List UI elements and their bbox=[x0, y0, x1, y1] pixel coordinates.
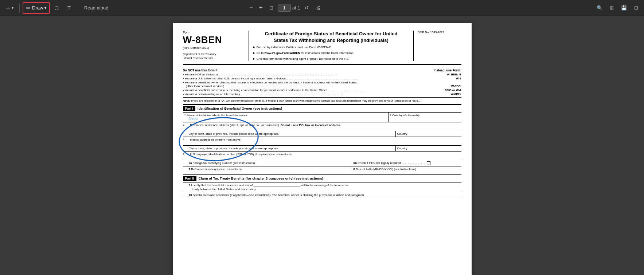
dont-use-text-4: • You are a beneficial owner who is rece… bbox=[183, 89, 366, 92]
search-button[interactable]: 🔍 bbox=[594, 2, 605, 14]
draw-icon: ✏ bbox=[26, 5, 31, 11]
search-icon: 🔍 bbox=[597, 5, 602, 11]
omb-number: OMB No. 1545-1621 bbox=[418, 31, 444, 34]
dont-use-form-5: W-8IMY bbox=[451, 93, 461, 96]
form-header-center: Certificate of Foreign Status of Benefic… bbox=[249, 31, 414, 61]
dont-use-text-2: • You are a U.S. citizen or other U.S. p… bbox=[183, 77, 358, 80]
note-label: Note: bbox=[183, 99, 190, 102]
field3-label: Permanent residence address (street, apt… bbox=[189, 122, 461, 131]
field6a-label: 6a Foreign tax identifying number (see i… bbox=[189, 161, 255, 165]
field6b-checkbox[interactable] bbox=[427, 161, 430, 165]
history-button[interactable]: ↺ bbox=[302, 2, 312, 14]
part2-header-row: Part II Claim of Tax Treaty Benefits (fo… bbox=[183, 174, 461, 182]
form-number: W-8BEN bbox=[183, 34, 245, 46]
zoom-out-button[interactable]: − bbox=[247, 3, 255, 12]
field1-value: Jonas bbox=[184, 117, 387, 121]
print-icon: 🖨 bbox=[316, 5, 321, 11]
dont-use-row-3: • You are a beneficial owner claiming th… bbox=[183, 80, 461, 85]
draw-dropdown-icon: ▾ bbox=[44, 6, 46, 10]
dont-use-row-5: • You are a person acting as an intermed… bbox=[183, 92, 461, 96]
do-not-use-header: Do NOT use this form if: Instead, use Fo… bbox=[183, 68, 461, 72]
field6a-container: 6a Foreign tax identifying number (see i… bbox=[183, 160, 352, 166]
dont-use-form-1: W-8BEN-E bbox=[447, 73, 461, 76]
dont-use-form-4: 8233 or W-4 bbox=[445, 89, 461, 92]
part2-title: Claim of Tax Treaty Benefits (for chapte… bbox=[199, 176, 323, 180]
field5-num: 5 bbox=[183, 152, 189, 160]
do-not-use-section: Do NOT use this form if: Instead, use Fo… bbox=[183, 67, 461, 98]
field6b-label: 6b Check if FTIN not legally required . … bbox=[354, 161, 431, 165]
save-button[interactable]: 💾 bbox=[618, 2, 630, 14]
part2-label: Part II bbox=[183, 176, 196, 181]
document-area: Form W-8BEN (Rev. October 2021) Departme… bbox=[0, 16, 644, 275]
print-button[interactable]: 🖨 bbox=[313, 2, 324, 14]
fit-page-button[interactable]: ⊡ bbox=[266, 2, 276, 14]
city-country-row: City or town, state or province. Include… bbox=[183, 131, 461, 137]
part1-header-row: Part I Identification of Beneficial Owne… bbox=[183, 105, 461, 113]
dont-use-row-3b: (other than personal services) . . . . .… bbox=[183, 85, 461, 88]
field5-label: U.S. taxpayer identification number (SSN… bbox=[189, 152, 461, 160]
city-label: City or town, state or province. Include… bbox=[189, 132, 279, 135]
field1-container: 1 Name of individual who is the benefici… bbox=[183, 113, 389, 122]
field6-row: 6a Foreign tax identifying number (see i… bbox=[183, 160, 461, 166]
selector-icon: ⊹ bbox=[6, 5, 10, 11]
field10-row: 10 Special rates and conditions (if appl… bbox=[183, 192, 461, 198]
history-icon: ↺ bbox=[305, 5, 309, 11]
field1-2-row: 1 Name of individual who is the benefici… bbox=[183, 113, 461, 122]
eraser-tool-button[interactable]: ⬡ bbox=[51, 2, 62, 14]
more-options-button[interactable]: ⊡ bbox=[631, 2, 641, 14]
zoom-in-button[interactable]: + bbox=[257, 3, 265, 12]
field6b-container: 6b Check if FTIN not legally required . … bbox=[352, 160, 461, 166]
dont-use-form-2: W-9 bbox=[456, 77, 461, 80]
city2-field: City or town, state or province. Include… bbox=[183, 146, 396, 151]
dont-use-row-1: • You are NOT an individual . . . . . . … bbox=[183, 72, 461, 76]
part1-label: Part I bbox=[183, 106, 196, 111]
country2-field: Country bbox=[396, 146, 461, 151]
selector-dropdown-icon: ▾ bbox=[12, 6, 13, 10]
textbox-icon: T bbox=[66, 5, 72, 11]
field5-row: 5 U.S. taxpayer identification number (S… bbox=[183, 152, 461, 160]
immersive-reader-button[interactable]: ⊞ bbox=[607, 2, 617, 14]
form-department: Department of the TreasuryInternal Reven… bbox=[183, 52, 245, 60]
immersive-reader-icon: ⊞ bbox=[610, 5, 614, 11]
dont-use-text-3b: (other than personal services) . . . . .… bbox=[186, 85, 333, 88]
field4-num: 4 bbox=[183, 137, 189, 145]
do-not-use-title: Do NOT use this form if: bbox=[183, 68, 219, 72]
field3-row: 3 Permanent residence address (street, a… bbox=[183, 122, 461, 131]
field7-container: 7 Reference number(s) (see instructions) bbox=[183, 166, 352, 172]
city2-label: City or town, state or province. Include… bbox=[189, 147, 279, 150]
dont-use-text-3: • You are a beneficial owner claiming th… bbox=[183, 81, 357, 84]
form-title: Certificate of Foreign Status of Benefic… bbox=[253, 31, 410, 44]
field3-num: 3 bbox=[183, 122, 189, 131]
dont-use-text-1: • You are NOT an individual . . . . . . … bbox=[183, 73, 337, 76]
form-header-left: Form W-8BEN (Rev. October 2021) Departme… bbox=[183, 31, 249, 61]
field8-label: 8 Date of birth (MM-DD-YYYY) (see instru… bbox=[354, 168, 417, 171]
field2-container: 2 Country of citizenship bbox=[389, 113, 461, 122]
notice-row: Note: If you are resident in a FATCA par… bbox=[183, 98, 461, 104]
save-icon: 💾 bbox=[621, 5, 627, 11]
field7-8-row: 7 Reference number(s) (see instructions)… bbox=[183, 166, 461, 172]
page-navigation: − + ⊡ of 1 ↺ 🖨 bbox=[247, 2, 324, 14]
dont-use-text-5: • You are a person acting as an intermed… bbox=[183, 93, 342, 96]
fit-page-icon: ⊡ bbox=[269, 5, 273, 11]
form-subtitle-2: ► Go to www.irs.gov/FormW8BEN for instru… bbox=[253, 51, 410, 55]
form-subtitle-3: ► Give this form to the withholding agen… bbox=[253, 57, 410, 61]
page-total: of 1 bbox=[292, 5, 300, 11]
part1-title: Identification of Beneficial Owner (see … bbox=[198, 106, 282, 110]
city-country-row-2: City or town, state or province. Include… bbox=[183, 146, 461, 152]
textbox-tool-button[interactable]: T bbox=[63, 2, 75, 14]
dont-use-form-3c: W-8ECI bbox=[451, 85, 461, 88]
form-label: Form bbox=[183, 31, 245, 34]
field9-row: 9 I certify that the beneficial owner is… bbox=[183, 182, 461, 192]
field1-label: Name of individual who is the beneficial… bbox=[187, 114, 247, 117]
read-aloud-button[interactable]: Read aloud bbox=[81, 2, 112, 14]
field8-container: 8 Date of birth (MM-DD-YYYY) (see instru… bbox=[352, 166, 461, 172]
field2-label: 2 Country of citizenship bbox=[390, 114, 420, 117]
selector-tool-button[interactable]: ⊹ ▾ bbox=[3, 2, 16, 14]
toolbar-right: 🔍 ⊞ 💾 ⊡ bbox=[594, 2, 641, 14]
toolbar-separator-2 bbox=[78, 4, 78, 12]
more-options-icon: ⊡ bbox=[634, 5, 638, 11]
form-paper: Form W-8BEN (Rev. October 2021) Departme… bbox=[173, 23, 472, 275]
draw-tool-button[interactable]: ✏ Draw ▾ bbox=[23, 2, 50, 14]
page-number-input[interactable] bbox=[278, 4, 291, 12]
instead-label: Instead, use Form: bbox=[434, 68, 461, 72]
